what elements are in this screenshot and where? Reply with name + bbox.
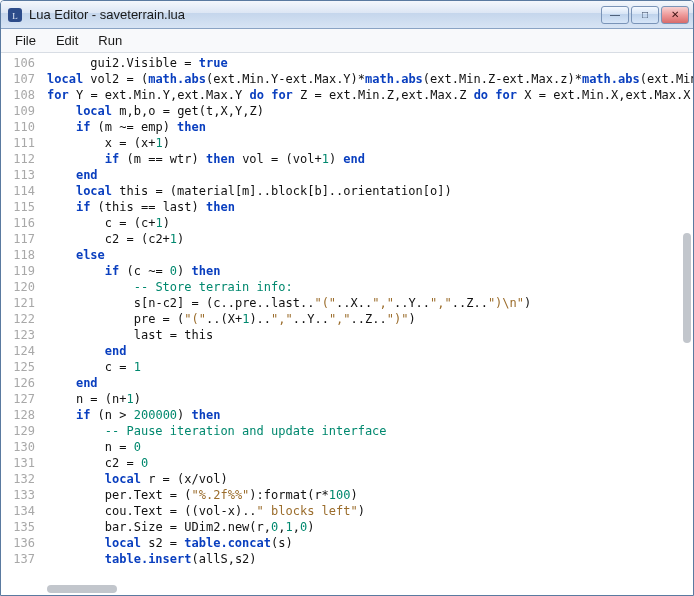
- title-bar: L Lua Editor - saveterrain.lua — □ ✕: [1, 1, 693, 29]
- line-number: 122: [5, 311, 35, 327]
- code-line[interactable]: local vol2 = (math.abs(ext.Min.Y-ext.Max…: [47, 71, 693, 87]
- line-number: 121: [5, 295, 35, 311]
- line-number: 125: [5, 359, 35, 375]
- line-number: 110: [5, 119, 35, 135]
- code-line[interactable]: local s2 = table.concat(s): [47, 535, 693, 551]
- line-number: 111: [5, 135, 35, 151]
- line-number: 133: [5, 487, 35, 503]
- line-number: 118: [5, 247, 35, 263]
- minimize-button[interactable]: —: [601, 6, 629, 24]
- code-line[interactable]: table.insert(allS,s2): [47, 551, 693, 567]
- code-line[interactable]: -- Pause iteration and update interface: [47, 423, 693, 439]
- line-number: 106: [5, 55, 35, 71]
- vertical-scroll-thumb[interactable]: [683, 233, 691, 343]
- code-line[interactable]: c = (c+1): [47, 215, 693, 231]
- close-button[interactable]: ✕: [661, 6, 689, 24]
- code-line[interactable]: c2 = 0: [47, 455, 693, 471]
- code-line[interactable]: s[n-c2] = (c..pre..last.."("..X..","..Y.…: [47, 295, 693, 311]
- code-line[interactable]: last = this: [47, 327, 693, 343]
- menu-run[interactable]: Run: [90, 31, 130, 50]
- line-number: 112: [5, 151, 35, 167]
- code-line[interactable]: if (this == last) then: [47, 199, 693, 215]
- code-line[interactable]: local r = (x/vol): [47, 471, 693, 487]
- line-number: 108: [5, 87, 35, 103]
- code-line[interactable]: bar.Size = UDim2.new(r,0,1,0): [47, 519, 693, 535]
- maximize-button[interactable]: □: [631, 6, 659, 24]
- line-number: 128: [5, 407, 35, 423]
- code-line[interactable]: if (m == wtr) then vol = (vol+1) end: [47, 151, 693, 167]
- code-line[interactable]: -- Store terrain info:: [47, 279, 693, 295]
- line-number: 114: [5, 183, 35, 199]
- line-number: 137: [5, 551, 35, 567]
- horizontal-scrollbar[interactable]: [43, 581, 679, 593]
- line-gutter: 1061071081091101111121131141151161171181…: [1, 53, 43, 595]
- code-line[interactable]: n = 0: [47, 439, 693, 455]
- code-line[interactable]: if (c ~= 0) then: [47, 263, 693, 279]
- line-number: 113: [5, 167, 35, 183]
- code-line[interactable]: for Y = ext.Min.Y,ext.Max.Y do for Z = e…: [47, 87, 693, 103]
- horizontal-scroll-thumb[interactable]: [47, 585, 117, 593]
- line-number: 134: [5, 503, 35, 519]
- code-line[interactable]: if (n > 200000) then: [47, 407, 693, 423]
- code-line[interactable]: cou.Text = ((vol-x).." blocks left"): [47, 503, 693, 519]
- code-line[interactable]: local m,b,o = get(t,X,Y,Z): [47, 103, 693, 119]
- code-line[interactable]: per.Text = ("%.2f%%"):format(r*100): [47, 487, 693, 503]
- line-number: 120: [5, 279, 35, 295]
- line-number: 126: [5, 375, 35, 391]
- line-number: 119: [5, 263, 35, 279]
- menu-edit[interactable]: Edit: [48, 31, 86, 50]
- line-number: 124: [5, 343, 35, 359]
- code-line[interactable]: end: [47, 343, 693, 359]
- code-line[interactable]: c = 1: [47, 359, 693, 375]
- line-number: 117: [5, 231, 35, 247]
- line-number: 127: [5, 391, 35, 407]
- code-line[interactable]: else: [47, 247, 693, 263]
- code-line[interactable]: x = (x+1): [47, 135, 693, 151]
- code-line[interactable]: n = (n+1): [47, 391, 693, 407]
- line-number: 123: [5, 327, 35, 343]
- line-number: 129: [5, 423, 35, 439]
- line-number: 116: [5, 215, 35, 231]
- line-number: 115: [5, 199, 35, 215]
- code-view[interactable]: gui2.Visible = truelocal vol2 = (math.ab…: [43, 53, 693, 595]
- line-number: 109: [5, 103, 35, 119]
- svg-text:L: L: [12, 11, 18, 21]
- code-line[interactable]: pre = ("("..(X+1)..","..Y..","..Z..")"): [47, 311, 693, 327]
- menu-bar: File Edit Run: [1, 29, 693, 53]
- line-number: 135: [5, 519, 35, 535]
- code-line[interactable]: c2 = (c2+1): [47, 231, 693, 247]
- code-line[interactable]: if (m ~= emp) then: [47, 119, 693, 135]
- app-icon: L: [7, 7, 23, 23]
- line-number: 130: [5, 439, 35, 455]
- code-line[interactable]: gui2.Visible = true: [47, 55, 693, 71]
- window-title: Lua Editor - saveterrain.lua: [29, 7, 599, 22]
- code-line[interactable]: end: [47, 167, 693, 183]
- line-number: 132: [5, 471, 35, 487]
- menu-file[interactable]: File: [7, 31, 44, 50]
- code-line[interactable]: end: [47, 375, 693, 391]
- editor-area[interactable]: 1061071081091101111121131141151161171181…: [1, 53, 693, 595]
- line-number: 136: [5, 535, 35, 551]
- code-line[interactable]: local this = (material[m]..block[b]..ori…: [47, 183, 693, 199]
- line-number: 107: [5, 71, 35, 87]
- vertical-scrollbar[interactable]: [679, 53, 691, 581]
- line-number: 131: [5, 455, 35, 471]
